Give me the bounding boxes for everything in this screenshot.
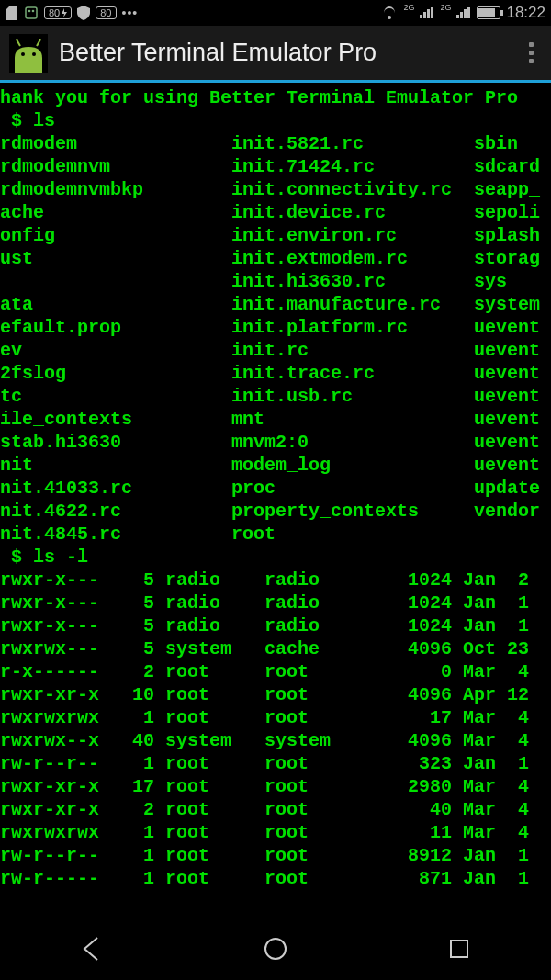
terminal-line: rwxr-x--- 5 radio radio 1024 Jan 1 — [0, 591, 551, 614]
terminal-line: ache init.device.rc sepoli — [0, 201, 551, 224]
terminal-line: r-x------ 2 root root 0 Mar 4 — [0, 660, 551, 683]
status-left: 80 80 ••• — [6, 6, 138, 20]
svg-point-4 — [32, 52, 36, 56]
svg-point-1 — [28, 10, 31, 13]
terminal-line: rwxr-xr-x 2 root root 40 Mar 4 — [0, 798, 551, 821]
back-button[interactable] — [77, 934, 107, 968]
android-status-bar: 80 80 ••• 2G 2G 18:22 — [0, 0, 551, 26]
shield-icon — [77, 6, 90, 20]
signal-icon-1 — [420, 7, 434, 18]
terminal-line: init.hi3630.rc sys — [0, 270, 551, 293]
wifi-icon — [381, 6, 398, 19]
terminal-line: rwxr-x--- 5 radio radio 1024 Jan 2 — [0, 569, 551, 591]
terminal-line: nit.4622.rc property_contexts vendor — [0, 500, 551, 523]
terminal-line: efault.prop init.platform.rc uevent — [0, 316, 551, 339]
terminal-line: rdmodem init.5821.rc sbin — [0, 132, 551, 155]
terminal-line: ev init.rc uevent — [0, 339, 551, 362]
terminal-line: stab.hi3630 mnvm2:0 uevent — [0, 431, 551, 454]
sim-icon — [6, 6, 18, 20]
terminal-line: ust init.extmodem.rc storag — [0, 247, 551, 270]
svg-rect-8 — [451, 941, 467, 957]
terminal-line: tc init.usb.rc uevent — [0, 385, 551, 408]
android-nav-bar — [0, 921, 551, 980]
app-bar: Better Terminal Emulator Pro — [0, 26, 551, 83]
battery-icon — [477, 6, 500, 19]
app-icon — [9, 34, 48, 73]
overflow-menu-button[interactable] — [520, 42, 542, 63]
recent-apps-button[interactable] — [444, 934, 474, 968]
terminal-line: rw-r--r-- 1 root root 323 Jan 1 — [0, 752, 551, 775]
terminal-line: ile_contexts mnt uevent — [0, 408, 551, 431]
terminal-line: rdmodemnvm init.71424.rc sdcard — [0, 155, 551, 178]
bolt-icon — [62, 8, 67, 17]
svg-point-2 — [32, 10, 35, 13]
terminal-line: rwxr-xr-x 10 root root 4096 Apr 12 — [0, 683, 551, 706]
svg-line-5 — [17, 39, 20, 46]
terminal-line: nit modem_log uevent — [0, 454, 551, 477]
svg-line-6 — [37, 39, 40, 46]
terminal-line: rdmodemnvmbkp init.connectivity.rc seapp… — [0, 178, 551, 201]
terminal-line: 2fslog init.trace.rc uevent — [0, 362, 551, 385]
signal-icon-2 — [456, 7, 471, 18]
terminal-line: rwxrwxrwx 1 root root 17 Mar 4 — [0, 706, 551, 729]
terminal-line: rw-r--r-- 1 root root 8912 Jan 1 — [0, 844, 551, 867]
android-notif-icon — [24, 6, 39, 20]
terminal-line: nit.41033.rc proc update — [0, 477, 551, 500]
terminal-line: ata init.manufacture.rc system — [0, 293, 551, 316]
status-right: 2G 2G 18:22 — [381, 4, 545, 22]
home-button[interactable] — [261, 934, 290, 968]
app-title: Better Terminal Emulator Pro — [59, 39, 509, 67]
terminal-line: hank you for using Better Terminal Emula… — [0, 86, 551, 109]
svg-rect-0 — [26, 7, 37, 18]
terminal-line: $ ls — [0, 109, 551, 132]
battery-value: 80 — [49, 7, 60, 18]
network-type-2: 2G — [440, 3, 451, 12]
terminal-line: rwxrwxrwx 1 root root 11 Mar 4 — [0, 821, 551, 844]
more-notifications-icon: ••• — [122, 6, 139, 20]
terminal-line: rwxr-x--- 5 radio radio 1024 Jan 1 — [0, 614, 551, 637]
terminal-line: rwxrwx--x 40 system system 4096 Mar 4 — [0, 729, 551, 752]
terminal-line: rwxr-xr-x 17 root root 2980 Mar 4 — [0, 775, 551, 798]
svg-point-3 — [21, 52, 25, 56]
terminal-line: rwxrwx--- 5 system cache 4096 Oct 23 — [0, 637, 551, 660]
clock: 18:22 — [506, 4, 545, 22]
terminal-line: $ ls -l — [0, 546, 551, 569]
terminal-line: rw-r----- 1 root root 871 Jan 1 — [0, 867, 551, 890]
battery-percent-1: 80 — [44, 6, 72, 19]
battery-percent-2: 80 — [96, 6, 116, 19]
terminal-line: nit.4845.rc root — [0, 523, 551, 546]
terminal-output[interactable]: hank you for using Better Terminal Emula… — [0, 83, 551, 890]
terminal-line: onfig init.environ.rc splash — [0, 224, 551, 247]
network-type-1: 2G — [403, 3, 414, 12]
svg-point-7 — [265, 939, 286, 959]
